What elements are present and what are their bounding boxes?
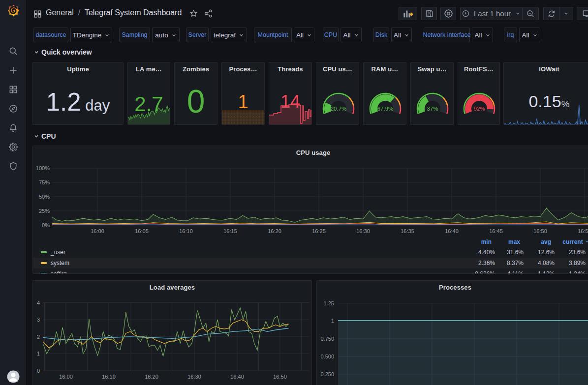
svg-text:67.9%: 67.9% [377, 106, 394, 112]
svg-text:20.7%: 20.7% [331, 106, 347, 112]
svg-text:92%: 92% [473, 106, 485, 112]
svg-text:37%: 37% [427, 106, 438, 112]
